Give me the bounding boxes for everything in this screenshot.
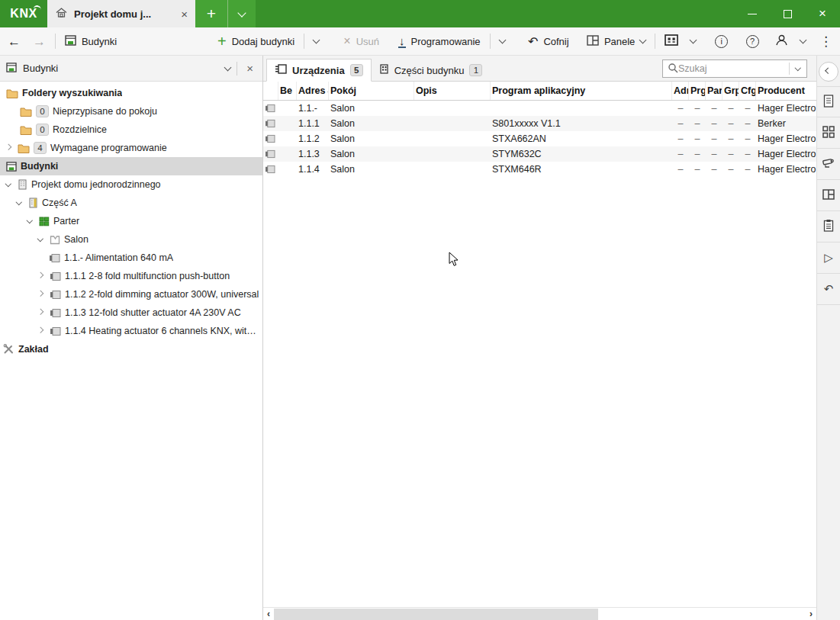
tree-item-project[interactable]: Projekt domu jednorodzinnego [0, 175, 262, 194]
programming-button[interactable]: ↓ Programowanie [392, 27, 487, 55]
search-input[interactable] [678, 63, 789, 74]
tree-item-device-1-1-3[interactable]: 1.1.3 12-fold shutter actuator 4A 230V A… [0, 304, 262, 322]
main-tabstrip: Urządzenia 5 Części budynku 1 [263, 56, 816, 82]
col-adr[interactable]: Adr [672, 82, 689, 100]
document-icon [823, 95, 834, 110]
delete-label: Usuń [356, 36, 379, 47]
workspace-dropdown[interactable] [684, 27, 702, 55]
delete-button[interactable]: × Usuń [337, 27, 385, 55]
tree-item-ground-floor[interactable]: Parter [0, 212, 262, 230]
programming-dropdown[interactable] [494, 27, 511, 55]
building-part-icon [28, 198, 38, 208]
device-icon [50, 290, 61, 300]
user-account-button[interactable] [769, 27, 794, 55]
table-row[interactable]: 1.1.- Salon – – – – – Hager Electro [263, 101, 816, 116]
panel-close-icon[interactable]: × [243, 62, 256, 75]
minimize-icon [748, 14, 757, 14]
tree-item-device-1-1-2[interactable]: 1.1.2 2-fold dimming actuator 300W, univ… [0, 285, 262, 304]
budynki-view-button[interactable]: Budynki [59, 27, 123, 55]
collapse-sidebar-button[interactable] [819, 62, 838, 82]
chevron-down-icon[interactable] [16, 199, 22, 205]
tab-devices-label: Urządzenia [292, 65, 345, 76]
new-tab-button[interactable]: + [195, 0, 227, 27]
project-tab-title: Projekt domu j... [74, 8, 175, 20]
search-options-dropdown[interactable] [790, 60, 806, 77]
toolbar-divider [55, 34, 56, 49]
sidebar-item-tasks[interactable] [817, 211, 840, 243]
chevron-down-icon[interactable] [37, 236, 43, 242]
col-grp[interactable]: Grp [723, 82, 739, 100]
chevron-right-icon[interactable] [37, 327, 43, 333]
tab-devices[interactable]: Urządzenia 5 [266, 59, 372, 82]
chevron-right-icon[interactable] [37, 291, 43, 297]
cell-program: S801xxxxx V1.1 [491, 118, 672, 129]
tree-item-part-a[interactable]: Część A [0, 194, 262, 212]
table-row[interactable]: 1.1.4 Salon STXM646R – – – – – Hager Ele… [263, 162, 816, 177]
cell-prg: – [689, 118, 706, 129]
chevron-right-icon[interactable] [37, 272, 43, 278]
more-options-button[interactable]: ⋮ [812, 34, 840, 50]
panels-button[interactable]: Panele [581, 27, 652, 55]
add-buildings-button[interactable]: + Dodaj budynki [211, 27, 301, 55]
table-row[interactable]: 1.1.2 Salon STXA662AN – – – – – Hager El… [263, 131, 816, 146]
help-button[interactable]: ? [740, 27, 765, 55]
buildings-panel: Budynki × Foldery wyszukiwania 0 Nieprzy… [0, 56, 263, 620]
chevron-right-icon[interactable] [5, 144, 11, 150]
nav-forward-button[interactable]: → [27, 27, 52, 55]
tree-item-device-1-1-0[interactable]: 1.1.- Alimentation 640 mA [0, 249, 262, 267]
tab-building-parts[interactable]: Części budynku 1 [372, 59, 491, 82]
sidebar-item-report[interactable] [817, 86, 840, 117]
tree-item-unassigned[interactable]: 0 Nieprzypisane do pokoju [0, 102, 262, 120]
chevron-right-icon[interactable] [37, 309, 43, 315]
workspace-button[interactable] [658, 27, 684, 55]
tree-item-distribution-boards[interactable]: 0 Rozdzielnice [0, 120, 262, 139]
col-opis[interactable]: Opis [414, 82, 491, 100]
sidebar-item-undo-history[interactable]: ↶ [817, 274, 840, 305]
tree-item-search-folders[interactable]: Foldery wyszukiwania [0, 84, 262, 102]
user-dropdown[interactable] [794, 27, 812, 55]
chevron-down-icon[interactable] [5, 181, 11, 187]
project-tab-close-icon[interactable]: × [181, 8, 188, 20]
col-producent[interactable]: Producent [756, 82, 816, 100]
sidebar-item-panels[interactable] [817, 180, 840, 211]
tree-item-buildings-root[interactable]: Budynki [0, 157, 262, 175]
project-tab[interactable]: Projekt domu j... × [47, 0, 195, 27]
tree-item-trades[interactable]: Zakład [0, 340, 262, 358]
sidebar-item-monitor[interactable] [817, 149, 840, 180]
tree-item-label: Parter [53, 216, 79, 226]
tree-item-device-1-1-4[interactable]: 1.1.4 Heating actuator 6 channels KNX, w… [0, 322, 262, 340]
sidebar-item-run[interactable]: ▷ [817, 243, 840, 274]
add-buildings-dropdown[interactable] [307, 27, 325, 55]
sidebar-item-catalog[interactable] [817, 117, 840, 149]
floor-icon [39, 217, 50, 226]
close-button[interactable]: × [805, 0, 840, 27]
undo-button[interactable]: ↶ Cofnij [522, 27, 575, 55]
tree-item-programming-required[interactable]: 4 Wymagane programowanie [0, 139, 262, 157]
info-button[interactable]: i [709, 27, 734, 55]
scroll-left-arrow[interactable]: ‹ [263, 609, 274, 619]
col-par[interactable]: Par [706, 82, 723, 100]
budynki-view-label: Budynki [82, 36, 117, 47]
scrollbar-thumb[interactable] [274, 609, 598, 620]
buildings-panel-header: Budynki × [0, 56, 262, 82]
scrollbar-track[interactable] [274, 608, 806, 620]
tree-item-device-1-1-1[interactable]: 1.1.1 2-8 fold multifunction push-button [0, 267, 262, 285]
chevron-down-icon[interactable] [27, 217, 33, 223]
col-program[interactable]: Program aplikacyjny [491, 82, 672, 100]
panel-dropdown-icon[interactable] [224, 63, 232, 71]
table-row[interactable]: 1.1.3 Salon STYM632C – – – – – Hager Ele… [263, 146, 816, 162]
col-pokoj[interactable]: Pokój [329, 82, 414, 100]
tab-list-dropdown[interactable] [227, 0, 256, 27]
scroll-right-arrow[interactable]: › [806, 609, 816, 619]
col-be[interactable]: Be [278, 82, 297, 100]
nav-back-button[interactable]: ← [0, 27, 27, 55]
col-cfg[interactable]: Cfg [739, 82, 756, 100]
tree-item-label: 1.1.- Alimentation 640 mA [64, 252, 173, 263]
col-prg[interactable]: Prg [689, 82, 706, 100]
table-row[interactable]: 1.1.1 Salon S801xxxxx V1.1 – – – – – Ber… [263, 116, 816, 131]
minimize-button[interactable] [735, 0, 770, 27]
maximize-button[interactable] [770, 0, 805, 27]
tree-item-room-salon[interactable]: Salon [0, 230, 262, 249]
col-adres[interactable]: Adres [297, 82, 329, 100]
folder-icon [20, 125, 32, 135]
